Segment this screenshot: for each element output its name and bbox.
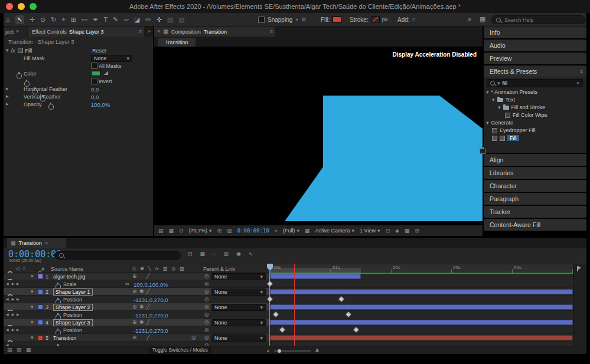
tree-item-text-folder[interactable]: ▾ Text	[492, 97, 515, 103]
clear-search-icon[interactable]: ×	[576, 81, 579, 86]
keyframe-icon[interactable]	[268, 281, 272, 286]
twirl-open-icon[interactable]: ▾	[486, 90, 489, 95]
libraries-panel-header[interactable]: Libraries	[484, 167, 586, 179]
layer-duration-bar[interactable]	[270, 335, 573, 340]
pen-tool-icon[interactable]: ✒	[93, 17, 98, 23]
workspace-panel-icon[interactable]: ▦	[480, 16, 485, 22]
stopwatch-icon[interactable]	[17, 73, 22, 79]
puppet-pin-tool-icon[interactable]: ✜	[157, 17, 162, 23]
close-tab-icon[interactable]: ×	[16, 29, 19, 34]
composition-tab[interactable]: × ▦ Composition Transition ≡	[154, 27, 275, 37]
effect-name[interactable]: Fill	[25, 48, 32, 54]
tree-item-animation-presets[interactable]: ▾ * Animation Presets	[486, 89, 537, 95]
region-of-interest-icon[interactable]: ⊞	[217, 228, 222, 234]
effects-presets-panel-header[interactable]: Effects & Presets ≡	[484, 65, 586, 77]
twirl-open-icon[interactable]: ▾	[486, 120, 489, 126]
viewer-tab-transition[interactable]: Transition	[158, 38, 195, 47]
keyframe-icon[interactable]	[273, 312, 278, 317]
camera-dropdown[interactable]: Active Camera ▾	[315, 228, 355, 234]
snapshot-icon[interactable]: ⌖	[275, 228, 278, 234]
always-preview-icon[interactable]: ▤	[158, 228, 164, 234]
pixel-aspect-icon[interactable]: ⊡	[385, 228, 390, 234]
panel-menu-icon[interactable]: ≡	[580, 69, 583, 74]
eraser-tool-icon[interactable]: ◪	[134, 17, 140, 23]
tab-overflow-chevron[interactable]: »	[148, 29, 151, 34]
v-feather-value[interactable]: 0,0	[91, 94, 99, 100]
h-feather-value[interactable]: 0,0	[91, 86, 99, 93]
tree-item-fill-color-wipe[interactable]: Fill Color Wipe	[505, 112, 547, 118]
opacity-label[interactable]: Opacity	[24, 101, 42, 107]
color-swatch[interactable]	[91, 71, 100, 76]
toolbar-overflow-chevron[interactable]: »	[468, 16, 471, 22]
fill-mask-dropdown[interactable]: None ▾	[91, 55, 132, 62]
exposure-icon[interactable]: ▦	[405, 228, 410, 234]
fill-color-swatch[interactable]	[333, 17, 341, 22]
align-panel-header[interactable]: Align	[484, 154, 586, 166]
roto-brush-tool-icon[interactable]: ✏	[145, 17, 151, 23]
fast-previews-icon[interactable]: ▦	[305, 228, 310, 234]
close-tab-icon[interactable]: ×	[157, 29, 160, 34]
add-icon[interactable]: ○	[412, 17, 415, 22]
composition-viewer[interactable]: Display Acceleration Disabled	[154, 47, 483, 225]
panel-menu-icon[interactable]: ≡	[139, 29, 142, 34]
reset-effect-button[interactable]: Reset	[92, 48, 106, 54]
character-panel-header[interactable]: Character	[484, 180, 586, 192]
layer-duration-bar[interactable]	[270, 320, 573, 325]
cti-playhead-line[interactable]	[269, 271, 270, 346]
preview-panel-header[interactable]: Preview	[484, 53, 586, 64]
stroke-color-swatch[interactable]	[371, 17, 380, 22]
hand-tool-icon[interactable]: ✛	[30, 17, 35, 23]
all-masks-checkbox[interactable]	[91, 63, 97, 69]
resolution-dropdown[interactable]: (Full) ▾	[283, 228, 299, 234]
effects-search-field[interactable]: ▾ fill ×	[487, 79, 583, 87]
zoom-tool-icon[interactable]: ⊙	[40, 17, 45, 23]
orbit-tool-icon[interactable]: ↻	[51, 17, 56, 23]
v-feather-label[interactable]: Vertical Feather	[24, 94, 61, 100]
grid-options-icon[interactable]: ▦	[169, 228, 174, 234]
guides-icon[interactable]: ⊞	[415, 228, 419, 234]
tree-item-fill[interactable]: Fill	[492, 135, 519, 141]
view-layout-dropdown[interactable]: 1 View ▾	[360, 228, 380, 234]
snapping-checkbox[interactable]	[258, 17, 265, 23]
type-tool-icon[interactable]: T	[104, 17, 108, 23]
layer-duration-bar[interactable]	[270, 274, 361, 279]
layer-duration-bar[interactable]	[270, 304, 573, 310]
channels-icon[interactable]: ◈	[395, 228, 399, 234]
audio-panel-header[interactable]: Audio	[484, 40, 586, 51]
selection-tool-icon[interactable]: ↖	[15, 15, 24, 24]
channel-icon[interactable]: ⊙	[179, 228, 184, 234]
tree-item-eyedropper-fill[interactable]: Eyedropper Fill	[492, 127, 536, 133]
keyframe-icon[interactable]	[339, 297, 344, 301]
content-aware-fill-panel-header[interactable]: Content-Aware Fill	[484, 219, 586, 231]
keyframe-icon[interactable]	[268, 297, 272, 301]
twirl-open-icon[interactable]: ▾	[492, 97, 495, 103]
snap-option-icon[interactable]: ⚙	[301, 17, 306, 22]
twirl-open-icon[interactable]: ▾	[6, 48, 9, 53]
eyedropper-icon[interactable]: ◢	[104, 70, 108, 76]
stroke-width-field[interactable]: px	[382, 17, 388, 22]
layer-duration-bar[interactable]	[270, 289, 573, 294]
brush-tool-icon[interactable]: ✎	[113, 17, 118, 23]
paragraph-panel-header[interactable]: Paragraph	[484, 193, 586, 205]
tree-item-generate[interactable]: ▾ Generate	[486, 120, 513, 126]
snap-option-icon[interactable]: ⌖	[295, 17, 298, 22]
zoom-dropdown[interactable]: (70,7%) ▾	[189, 228, 212, 234]
panel-menu-icon[interactable]: ≡	[270, 29, 273, 34]
twirl-closed-icon[interactable]: ▸	[6, 94, 9, 99]
camera-tool-icon[interactable]: ⌖	[62, 17, 66, 23]
h-feather-label[interactable]: Horizontal Feather	[24, 86, 67, 92]
opacity-value[interactable]: 100,0%	[91, 101, 110, 108]
pan-behind-tool-icon[interactable]: ⊞	[71, 17, 76, 23]
project-tab-partial[interactable]: ject ×	[4, 27, 27, 37]
tree-item-fill-and-stroke-folder[interactable]: ▾ Fill and Stroke	[498, 104, 545, 110]
clone-stamp-tool-icon[interactable]: ▱	[124, 17, 129, 23]
rulers-icon[interactable]: ▥	[227, 228, 232, 234]
search-help-field[interactable]: Search Help	[491, 15, 585, 24]
panel-grip-icon[interactable]	[478, 147, 484, 152]
tracker-panel-header[interactable]: Tracker	[484, 206, 586, 218]
comp-timecode[interactable]: 0:00:00:10	[237, 228, 269, 234]
stopwatch-icon[interactable]	[48, 104, 54, 110]
keyframe-icon[interactable]	[346, 312, 351, 317]
display-acceleration-warning[interactable]: Display Acceleration Disabled	[393, 51, 477, 58]
twirl-closed-icon[interactable]: ▸	[6, 101, 9, 107]
